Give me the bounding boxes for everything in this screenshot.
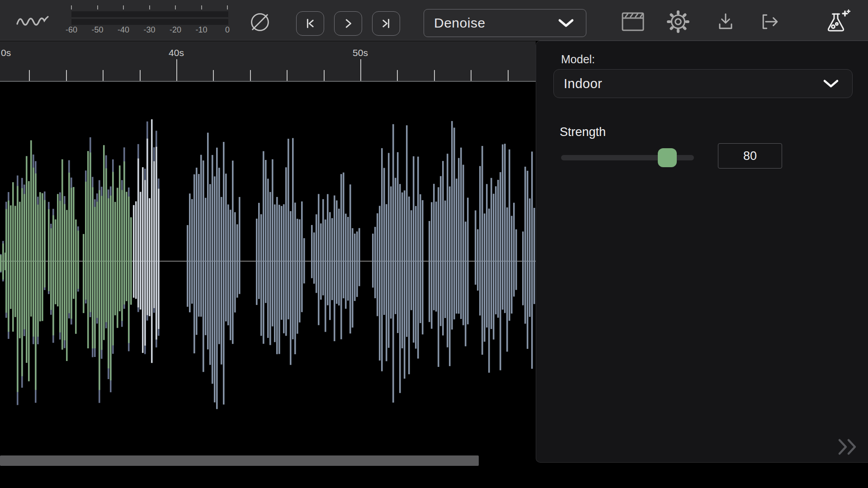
waveform-display[interactable] [0,83,536,488]
strength-slider-thumb[interactable] [658,148,677,167]
effect-selector-label: Denoise [434,15,486,31]
meter-scale-label: -50 [91,25,103,35]
meter-scale-label: -30 [143,25,155,35]
denoise-settings-panel: Model: Indoor Strength 80 [536,41,868,463]
video-clapperboard-button[interactable] [620,9,646,34]
waveform-view-button[interactable] [14,10,52,32]
timeline-ruler[interactable]: 0s40s50s [0,41,536,82]
play-icon [341,17,355,30]
ruler-major-tick [360,59,361,81]
ruler-minor-tick [140,70,141,81]
ruler-minor-tick [508,70,509,81]
meter-scale-label: -10 [195,25,207,35]
meter-tick [227,5,228,9]
collapse-panel-button[interactable] [836,438,858,456]
strength-label: Strength [560,125,606,139]
export-arrow-icon [759,10,783,33]
ruler-minor-tick [250,70,251,81]
ruler-major-tick [176,59,177,81]
effect-selector-dropdown[interactable]: Denoise [424,9,586,37]
clapperboard-icon [621,10,645,33]
ruler-minor-tick [324,70,325,81]
ruler-minor-tick [434,70,435,81]
phase-invert-button[interactable] [246,9,274,35]
download-button[interactable] [713,9,738,34]
model-label: Model: [561,53,595,66]
level-meter: -60-50-40-30-20-100 [68,5,234,36]
meter-tick [71,5,72,9]
skip-to-end-icon [379,17,393,30]
level-meter-bar-right [71,19,228,25]
meter-scale-label: -20 [170,25,181,35]
ruler-minor-tick [397,70,398,81]
ruler-minor-tick [66,70,67,81]
meter-tick [175,5,176,9]
ruler-minor-tick [29,70,30,81]
settings-button[interactable] [665,9,691,34]
ruler-minor-tick [103,70,104,81]
download-icon [714,10,737,33]
meter-scale-label: -40 [118,25,129,35]
meter-tick [123,5,124,9]
play-button[interactable] [334,11,362,36]
meter-tick [149,5,150,9]
model-select-dropdown[interactable]: Indoor [553,69,853,98]
toolbar: -60-50-40-30-20-100 [0,0,868,41]
skip-to-end-button[interactable] [372,11,400,36]
meter-tick [97,5,98,9]
export-button[interactable] [758,9,783,34]
ruler-time-label: 40s [169,47,184,58]
strength-value-input[interactable]: 80 [718,143,782,169]
phase-slash-icon [248,10,272,34]
level-meter-bar-left [71,11,228,17]
chevrons-right-icon [836,438,858,456]
meter-tick [201,5,202,9]
audio-editor-app: -60-50-40-30-20-100 [0,0,868,488]
ruler-minor-tick [287,70,288,81]
ruler-time-label: 0s [1,47,11,58]
gear-icon [666,9,690,34]
skip-to-start-icon [303,17,317,30]
ruler-minor-tick [213,70,214,81]
model-selected-value: Indoor [564,76,602,91]
chevron-down-icon [557,17,575,29]
flask-plus-icon [823,9,851,35]
strength-slider[interactable] [561,150,694,166]
experiment-button[interactable] [825,9,850,34]
meter-scale-label: 0 [225,25,230,35]
meter-scale-label: -60 [66,25,77,35]
ruler-minor-tick [471,70,472,81]
sine-wave-icon [16,12,49,30]
ruler-time-label: 50s [353,47,368,58]
chevron-down-icon [822,78,840,89]
skip-to-start-button[interactable] [296,11,324,36]
horizontal-scrollbar-thumb[interactable] [0,455,479,466]
